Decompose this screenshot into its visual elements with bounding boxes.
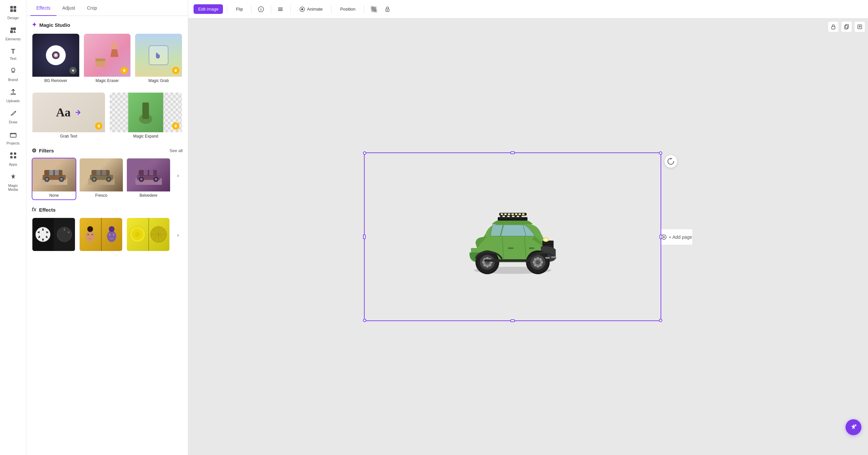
elements-icon (9, 26, 17, 36)
sidebar-item-projects[interactable]: Projects (1, 128, 25, 148)
svg-rect-152 (485, 259, 531, 261)
magic-assist-button[interactable] (845, 419, 861, 435)
position-button[interactable]: Position (336, 4, 360, 14)
handle-top-right[interactable] (659, 151, 662, 155)
handle-top-left[interactable] (363, 151, 366, 155)
effects-scroll-right[interactable]: › (174, 230, 183, 240)
add-page-label: + Add page (669, 234, 692, 240)
refresh-icon (667, 158, 675, 165)
effect-lemon[interactable] (126, 217, 170, 252)
brand-icon (9, 67, 17, 76)
svg-point-56 (92, 234, 93, 235)
menu-button[interactable] (275, 4, 286, 15)
filter-belvedere-label: Belvedere (127, 192, 170, 199)
svg-rect-76 (260, 9, 261, 10)
svg-rect-19 (95, 59, 105, 61)
handle-bot-mid[interactable] (510, 319, 515, 322)
transparency-button[interactable] (368, 4, 379, 15)
magic-card-magic-grab[interactable]: ♛ Magic Grab (134, 33, 183, 85)
svg-point-52 (86, 230, 95, 242)
svg-point-115 (544, 238, 548, 241)
magic-card-magic-expand[interactable]: ♛ Magic Expand (109, 92, 183, 141)
canvas-copy-btn[interactable] (841, 21, 852, 32)
add-page-bar[interactable]: + Add page (661, 229, 692, 245)
handle-mid-left[interactable] (363, 234, 366, 239)
sidebar-item-label-text: Text (9, 57, 16, 60)
animate-icon (299, 6, 305, 12)
canvas-lock-btn[interactable] (828, 21, 839, 32)
sidebar-item-label-uploads: Uploads (6, 99, 20, 103)
canvas-frame[interactable] (364, 152, 661, 321)
sidebar-item-magic-media[interactable]: Magic Media (1, 170, 25, 194)
sidebar-item-design[interactable]: Design (1, 3, 25, 23)
magic-card-bg-remover[interactable]: ★ BG Remover (32, 33, 80, 85)
magic-studio-grid: ★ BG Remover (32, 33, 183, 85)
svg-point-130 (542, 261, 543, 263)
svg-rect-154 (545, 257, 550, 259)
animate-button[interactable]: Animate (294, 4, 327, 15)
canvas-refresh-btn[interactable] (664, 155, 677, 168)
toolbar-divider-2 (251, 5, 252, 13)
svg-point-58 (87, 237, 89, 239)
filter-none[interactable]: None (32, 158, 76, 200)
filter-fresco[interactable]: Fresco (79, 158, 124, 200)
flip-button[interactable]: Flip (231, 4, 247, 14)
svg-rect-0 (10, 6, 13, 8)
svg-point-75 (260, 8, 261, 8)
lock-button[interactable] (382, 4, 393, 15)
menu-icon (277, 6, 283, 12)
magic-studio-section: ✦ Magic Studio ★ (32, 21, 183, 141)
projects-icon (9, 131, 17, 140)
sidebar-item-label-magic-media: Magic Media (3, 183, 23, 192)
effect-soccer[interactable] (32, 217, 75, 252)
handle-mid-right[interactable] (659, 234, 662, 239)
svg-rect-86 (372, 7, 376, 11)
svg-point-146 (482, 261, 484, 263)
handle-bot-right[interactable] (659, 319, 662, 322)
svg-rect-27 (55, 170, 59, 175)
svg-rect-11 (10, 152, 12, 155)
svg-rect-116 (508, 247, 514, 249)
sidebar-item-label-design: Design (7, 16, 19, 20)
svg-point-132 (540, 265, 542, 266)
svg-rect-104 (512, 214, 514, 215)
car-svg (453, 193, 572, 279)
magic-studio-icon: ✦ (32, 21, 37, 28)
canvas-export-btn[interactable] (854, 21, 865, 32)
filter-belvedere[interactable]: Belvedere (126, 158, 171, 200)
canvas-export-icon (857, 24, 862, 29)
toolbar-divider-6 (364, 5, 364, 13)
svg-point-59 (92, 237, 93, 239)
sidebar-item-uploads[interactable]: Uploads (1, 86, 25, 106)
sidebar-item-apps[interactable]: Apps (1, 149, 25, 169)
effect-head[interactable] (79, 217, 123, 252)
svg-point-147 (491, 261, 493, 263)
sidebar-item-elements[interactable]: Elements (1, 24, 25, 44)
svg-rect-106 (519, 214, 521, 215)
info-button[interactable] (256, 4, 267, 15)
svg-rect-5 (13, 27, 16, 30)
main-area: Edit image Flip (188, 0, 868, 455)
edit-image-button[interactable]: Edit image (193, 4, 223, 14)
tab-effects[interactable]: Effects (30, 0, 57, 16)
tab-adjust[interactable]: Adjust (57, 0, 81, 16)
svg-rect-153 (551, 256, 556, 258)
sidebar-item-brand[interactable]: Brand (1, 64, 25, 84)
filter-fresco-label: Fresco (80, 192, 123, 199)
sidebar-item-text[interactable]: T Text (1, 45, 25, 63)
handle-bot-left[interactable] (363, 319, 366, 322)
see-all-link[interactable]: See all (169, 148, 183, 153)
svg-point-8 (11, 68, 15, 72)
sidebar-item-label-projects: Projects (7, 141, 20, 145)
sidebar-item-draw[interactable]: Draw (1, 107, 25, 126)
magic-card-magic-eraser[interactable]: ♛ Magic Eraser (83, 33, 131, 85)
svg-rect-9 (10, 93, 16, 94)
canvas-controls (828, 21, 865, 32)
handle-top-mid[interactable] (510, 151, 515, 154)
magic-card-grab-text[interactable]: Aa ♛ Grab Text (32, 92, 106, 141)
svg-rect-7 (10, 30, 13, 33)
tab-crop[interactable]: Crop (81, 0, 103, 16)
svg-point-150 (484, 265, 486, 266)
filter-scroll-right[interactable]: › (174, 171, 183, 180)
svg-rect-45 (149, 170, 153, 175)
